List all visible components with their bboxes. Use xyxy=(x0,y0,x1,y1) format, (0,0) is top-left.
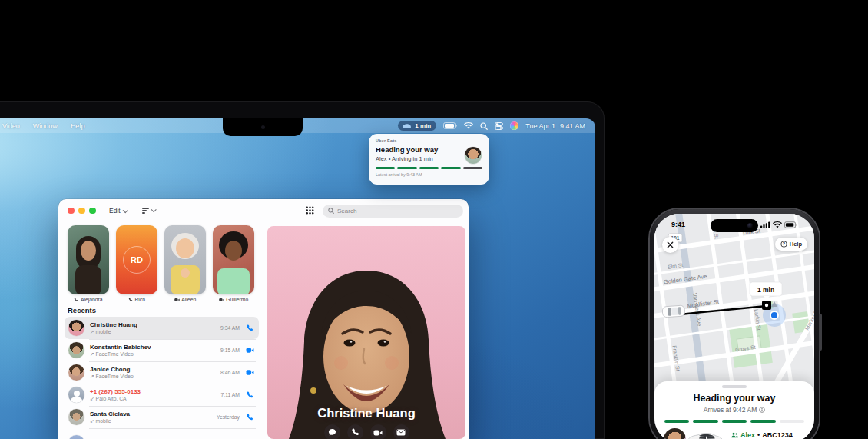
notification-footer: Latest arrival by 9:43 AM xyxy=(376,172,482,177)
ride-progress xyxy=(664,420,804,423)
favorite-label: Guillermo xyxy=(213,297,254,302)
avatar xyxy=(68,320,84,336)
list-item[interactable]: Janice Chong ↗ FaceTime Video 8:46 AM xyxy=(65,361,259,384)
ride-notification[interactable]: Uber Eats Heading your way Alex • Arrivi… xyxy=(369,134,489,185)
help-icon: ? xyxy=(780,241,787,248)
mail-button[interactable] xyxy=(393,424,409,439)
avatar xyxy=(68,364,84,381)
svg-text:1 min: 1 min xyxy=(757,286,774,294)
ride-live-activity-pill[interactable]: 1 min xyxy=(398,121,436,131)
info-icon[interactable] xyxy=(759,407,765,413)
close-icon xyxy=(667,241,674,248)
list-item[interactable]: Christine Huang ↗ mobile 9:34 AM xyxy=(65,317,259,339)
facetime-toolbar: Edit Search xyxy=(58,199,469,222)
help-button[interactable]: ? Help xyxy=(775,238,807,251)
call-controls xyxy=(267,424,465,439)
help-label: Help xyxy=(790,241,802,248)
iphone-screen: Turk St Elm St Golden Gate Ave McAlliste… xyxy=(654,214,814,439)
favorite-label: Aileen xyxy=(164,297,206,302)
call-phone-button[interactable] xyxy=(245,391,254,399)
phone-icon xyxy=(246,391,253,399)
list-item[interactable]: +1 (267) 555-0133 ↙ Palo Alto, CA 7:11 A… xyxy=(65,384,259,406)
edit-button[interactable]: Edit xyxy=(109,207,127,215)
chevron-down-icon xyxy=(122,208,128,213)
audio-call-button[interactable] xyxy=(347,424,363,439)
keypad-grid-icon[interactable] xyxy=(306,204,314,218)
wifi-icon xyxy=(773,221,782,228)
call-phone-button[interactable] xyxy=(245,414,254,421)
car-icon xyxy=(402,123,412,129)
video-call-button[interactable] xyxy=(370,424,386,439)
chevron-down-icon xyxy=(151,208,156,213)
edit-label: Edit xyxy=(109,207,121,215)
favorite-card-aileen[interactable] xyxy=(164,225,206,294)
svg-text:?: ? xyxy=(783,241,785,246)
favorite-card-rich[interactable]: RD xyxy=(116,225,157,294)
battery-icon xyxy=(784,221,797,228)
callee-name: Christine Huang xyxy=(267,406,465,421)
search-input[interactable]: Search xyxy=(323,205,463,218)
ride-card-subtitle: Arrives at 9:42 AM xyxy=(654,406,814,414)
ride-card[interactable]: Heading your way Arrives at 9:42 AM xyxy=(654,381,814,439)
control-center-icon[interactable] xyxy=(495,122,503,130)
list-item[interactable]: Santa Cielava ↙ mobile Yesterday xyxy=(65,406,259,428)
battery-icon[interactable] xyxy=(443,122,457,129)
dynamic-island xyxy=(711,219,758,232)
close-window-button[interactable] xyxy=(68,208,75,215)
status-time: 9:41 xyxy=(671,221,685,228)
siri-icon[interactable] xyxy=(510,121,518,130)
favorite-card-alejandra[interactable] xyxy=(68,225,109,294)
vehicle-plate: ABC1234 xyxy=(762,431,793,439)
call-video-button[interactable] xyxy=(245,369,254,376)
video-icon xyxy=(246,347,254,354)
front-camera xyxy=(747,223,753,228)
list-item[interactable] xyxy=(65,432,259,439)
video-icon xyxy=(174,298,180,302)
destination-marker xyxy=(762,301,771,310)
cellular-icon xyxy=(760,221,770,228)
screenshot-stage: Video Window Help 1 min xyxy=(0,0,868,439)
menu-help[interactable]: Help xyxy=(71,122,85,130)
video-icon xyxy=(219,298,224,302)
driver-avatar xyxy=(465,147,482,164)
zoom-window-button[interactable] xyxy=(89,208,96,215)
avatar xyxy=(68,409,84,425)
user-location-dot xyxy=(770,311,778,319)
call-video-button[interactable] xyxy=(245,347,254,354)
default-avatar-icon xyxy=(68,387,84,403)
phone-icon xyxy=(246,324,253,332)
favorite-label: Alejandra xyxy=(68,297,109,302)
vehicle-image xyxy=(682,430,725,439)
clock-time: 9:41 AM xyxy=(560,122,585,130)
menu-video[interactable]: Video xyxy=(2,122,20,130)
display-notch xyxy=(223,118,303,136)
favorites-row: RD xyxy=(68,225,254,294)
separator-dot: • xyxy=(757,431,760,439)
phone-icon xyxy=(246,414,253,421)
clock-date: Tue Apr 1 xyxy=(525,122,555,130)
close-button[interactable] xyxy=(662,237,678,253)
chat-bubble-icon xyxy=(328,428,336,437)
favorite-card-guillermo[interactable] xyxy=(213,225,254,294)
iphone-side-button xyxy=(819,314,822,351)
filter-button[interactable] xyxy=(142,208,155,213)
envelope-icon xyxy=(396,429,406,436)
menu-bar-clock[interactable]: Tue Apr 1 9:41 AM xyxy=(525,122,585,130)
filter-icon xyxy=(142,208,149,213)
menu-window[interactable]: Window xyxy=(33,122,58,130)
ride-card-title: Heading your way xyxy=(654,393,814,404)
wifi-icon[interactable] xyxy=(464,122,473,129)
minimize-window-button[interactable] xyxy=(78,208,85,215)
recents-header: Recents xyxy=(68,306,96,314)
search-icon xyxy=(328,208,334,214)
driver-row: Alex • ABC1234 White Honda Civic xyxy=(664,428,805,439)
sheet-drag-handle[interactable] xyxy=(722,385,747,388)
carpool-icon xyxy=(731,432,738,438)
message-button[interactable] xyxy=(324,424,340,439)
default-avatar-icon xyxy=(68,435,84,439)
call-phone-button[interactable] xyxy=(245,324,254,332)
favorite-label: Rich xyxy=(116,297,157,302)
list-item[interactable]: Konstantin Babichev ↗ FaceTime Video 9:1… xyxy=(65,339,259,361)
search-icon[interactable] xyxy=(480,122,488,130)
call-video-tile[interactable]: Christine Huang xyxy=(267,226,465,439)
